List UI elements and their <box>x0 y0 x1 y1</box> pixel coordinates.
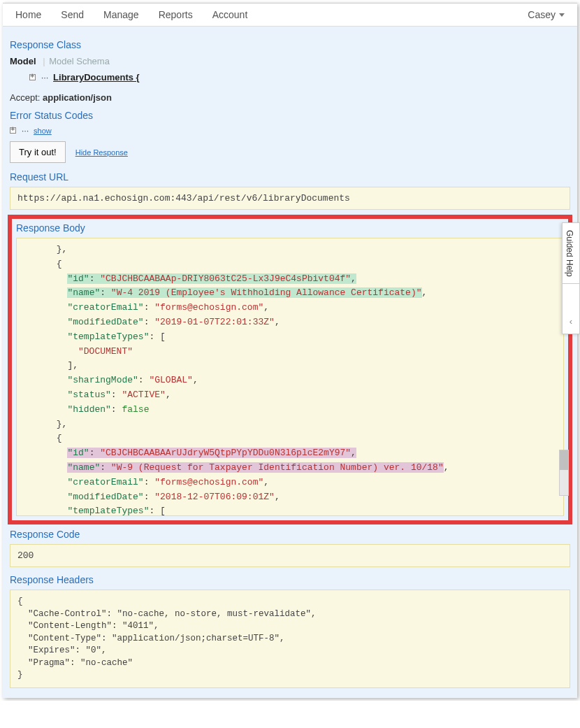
show-link[interactable]: show <box>34 127 52 135</box>
user-name: Casey <box>528 9 556 20</box>
accept-value: application/json <box>43 92 112 103</box>
try-it-out-button[interactable]: Try it out! <box>10 141 66 163</box>
nav-account[interactable]: Account <box>212 9 248 20</box>
chevron-down-icon <box>559 13 565 17</box>
response-headers-box: { "Cache-Control": "no-cache, no-store, … <box>10 590 570 688</box>
guided-help-panel[interactable]: Guided Help ‹ <box>562 222 580 334</box>
status-codes-row: ··· show <box>10 125 570 136</box>
expand-icon[interactable] <box>29 74 36 80</box>
response-code-box: 200 <box>10 544 570 567</box>
response-body-box[interactable]: }, { "id": "CBJCHBCAABAAp-DRIY8063tC25-L… <box>16 238 564 516</box>
tab-model-schema[interactable]: Model Schema <box>49 55 110 68</box>
response-class-title: Response Class <box>10 39 570 50</box>
model-row: ··· LibraryDocuments { <box>29 72 570 83</box>
expand-icon[interactable] <box>10 127 16 134</box>
request-url-title: Request URL <box>10 171 570 183</box>
error-status-title: Error Status Codes <box>10 110 570 121</box>
nav-home[interactable]: Home <box>15 9 41 20</box>
top-nav: Home Send Manage Reports Account Casey <box>3 3 577 27</box>
nav-reports[interactable]: Reports <box>159 9 193 20</box>
nav-send[interactable]: Send <box>61 9 84 20</box>
user-menu[interactable]: Casey <box>528 9 565 20</box>
guided-help-label: Guided Help <box>563 223 577 283</box>
request-url-box: https://api.na1.echosign.com:443/api/res… <box>10 187 570 210</box>
response-headers-title: Response Headers <box>10 574 570 585</box>
scrollbar[interactable] <box>559 450 569 496</box>
scrollbar-thumb[interactable] <box>560 450 568 470</box>
try-row: Try it out! Hide Response <box>10 141 570 163</box>
response-body-section: Response Body }, { "id": "CBJCHBCAABAAp-… <box>8 215 572 524</box>
response-class-tabs: Model | Model Schema <box>10 55 570 68</box>
accept-line: Accept: application/json <box>10 92 570 103</box>
response-code-title: Response Code <box>10 529 570 540</box>
nav-manage[interactable]: Manage <box>103 9 139 20</box>
tab-model[interactable]: Model <box>10 55 36 68</box>
response-body-title: Response Body <box>16 222 564 234</box>
chevron-left-icon[interactable]: ‹ <box>570 316 572 327</box>
hide-response-link[interactable]: Hide Response <box>75 148 128 157</box>
model-name[interactable]: LibraryDocuments { <box>53 72 140 83</box>
